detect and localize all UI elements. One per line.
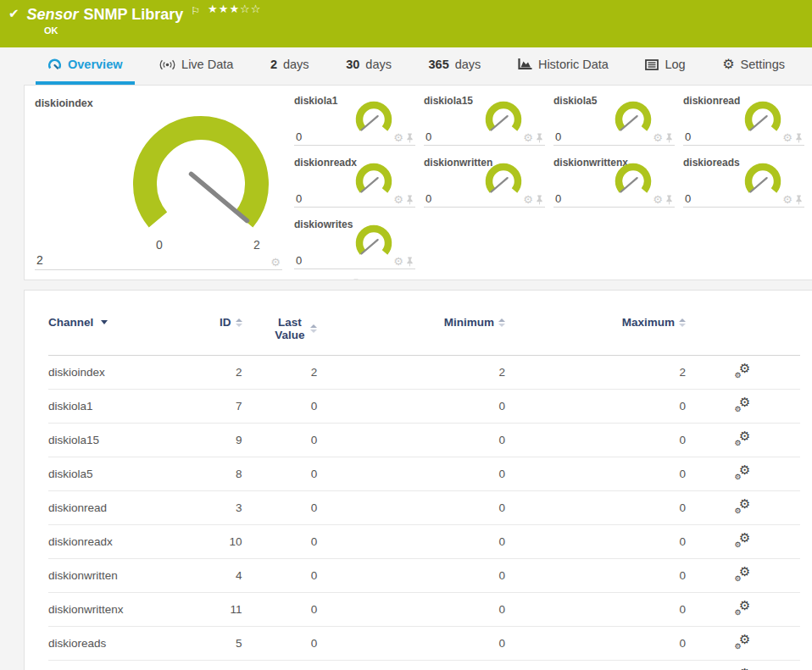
sensor-title-name: SNMP Library [84, 6, 184, 23]
gauge-dial [350, 224, 398, 264]
gauge-cell[interactable]: diskiowrites 0 [294, 216, 415, 269]
gauge-title: diskioindex [35, 92, 282, 109]
cell-last-value: 0 [244, 491, 320, 525]
cell-channel[interactable]: diskiola1 [48, 390, 176, 424]
column-header-maximum[interactable]: Maximum [507, 316, 687, 356]
sort-desc-icon [101, 320, 108, 324]
tab-30-days-number: 30 [346, 58, 359, 71]
cell-channel[interactable]: diskiola5 [48, 457, 176, 491]
column-header-id[interactable]: ID [176, 316, 244, 356]
cell-channel[interactable]: diskionwrittenx [48, 593, 176, 627]
table-row: diskiowrites 6 0 0 0 [48, 661, 800, 670]
gauge-cell[interactable]: diskionread 0 [683, 92, 804, 146]
sensor-header: SensorSNMP Library ★★★☆☆ OK [0, 0, 812, 47]
channel-settings-icon[interactable] [732, 465, 753, 480]
table-row: diskionwrittenx 11 0 0 0 [48, 593, 800, 627]
channel-settings-icon[interactable] [732, 634, 753, 650]
priority-rating[interactable]: ★★★☆☆ [208, 3, 261, 15]
table-row: diskiola15 9 0 0 0 [48, 424, 800, 457]
tab-2-days[interactable]: 2 days [259, 47, 321, 85]
gauge-icon [47, 58, 62, 72]
gauge-cell[interactable]: diskionwritten 0 [424, 154, 545, 208]
pin-icon[interactable] [665, 195, 673, 205]
cell-id: 4 [176, 559, 244, 593]
status-check-icon [8, 6, 19, 21]
tab-365-days[interactable]: 365 days [417, 47, 493, 85]
gauge-settings-icon[interactable] [523, 194, 533, 205]
gauge-cell[interactable]: diskiola5 0 [553, 92, 675, 146]
pin-icon[interactable] [406, 257, 414, 267]
flag-icon[interactable] [191, 3, 200, 18]
cell-last-value: 2 [244, 356, 320, 390]
pin-icon[interactable] [406, 133, 414, 143]
gauge-settings-icon[interactable] [653, 194, 663, 205]
gauge-settings-icon[interactable] [270, 257, 281, 268]
settings-gear-icon [722, 58, 734, 71]
cell-channel[interactable]: diskiowrites [48, 661, 176, 670]
column-label: ID [220, 316, 231, 329]
table-row: diskionwritten 4 0 0 0 [48, 559, 800, 593]
gauge-settings-icon[interactable] [393, 194, 403, 205]
cell-maximum: 0 [507, 491, 687, 525]
gauge-cell[interactable]: diskiola1 0 [294, 92, 415, 146]
gauge-value: 0 [296, 254, 302, 267]
pin-icon[interactable] [665, 133, 673, 143]
tab-30-days[interactable]: 30 days [334, 47, 403, 85]
cell-last-value: 0 [244, 593, 320, 627]
gauge-settings-icon[interactable] [653, 132, 663, 143]
cell-channel[interactable]: diskiola15 [48, 424, 176, 457]
tab-365-days-label: days [455, 58, 481, 71]
tab-historic-data[interactable]: Historic Data [506, 47, 620, 85]
gauge-cell[interactable]: diskiola15 0 [424, 92, 545, 146]
channel-settings-icon[interactable] [732, 533, 753, 548]
column-header-last-value[interactable]: Last Value [244, 316, 320, 356]
channel-settings-icon[interactable] [732, 601, 753, 616]
channel-settings-icon[interactable] [732, 567, 753, 582]
pin-icon[interactable] [406, 195, 414, 205]
sort-icon [236, 318, 242, 327]
cell-channel[interactable]: diskioreads [48, 627, 176, 661]
cell-id: 9 [176, 424, 244, 457]
gauge-cell[interactable]: diskioreads 0 [683, 154, 804, 208]
cell-channel[interactable]: diskionwritten [48, 559, 176, 593]
cell-maximum: 0 [507, 390, 687, 424]
gauge-settings-icon[interactable] [782, 132, 793, 143]
gauge-settings-icon[interactable] [523, 132, 533, 143]
cell-minimum: 0 [319, 424, 507, 457]
gauge-dial [350, 100, 398, 141]
tab-overview[interactable]: Overview [36, 47, 135, 85]
channel-settings-icon[interactable] [732, 363, 753, 379]
tab-log[interactable]: Log [633, 47, 697, 85]
column-header-actions [687, 316, 800, 356]
cell-maximum: 2 [507, 356, 687, 390]
channel-settings-icon[interactable] [732, 431, 753, 446]
cell-minimum: 0 [319, 627, 507, 661]
gauge-settings-icon[interactable] [782, 194, 793, 205]
gauge-cell[interactable]: diskionwrittenx 0 [553, 154, 675, 208]
cell-channel[interactable]: diskioindex [48, 356, 176, 390]
pin-icon[interactable] [536, 133, 543, 143]
gauge-cell[interactable]: diskionreadx 0 [294, 154, 415, 208]
tab-log-label: Log [665, 58, 685, 71]
cell-channel[interactable]: diskionread [48, 491, 176, 525]
gauge-settings-icon[interactable] [393, 256, 403, 267]
channel-settings-icon[interactable] [732, 499, 753, 514]
pin-icon[interactable] [352, 279, 360, 280]
pin-icon[interactable] [795, 195, 803, 205]
channel-settings-icon[interactable] [732, 397, 753, 413]
tab-2-days-number: 2 [270, 58, 277, 71]
gauge-value: 0 [296, 192, 302, 205]
tab-live-data[interactable]: Live Data [147, 47, 245, 85]
tab-settings[interactable]: Settings [710, 47, 797, 85]
column-header-channel[interactable]: Channel [48, 316, 176, 356]
channels-panel: Channel ID Last Value Minimum Maximum [24, 290, 812, 670]
pin-icon[interactable] [795, 133, 803, 143]
cell-maximum: 0 [507, 593, 687, 627]
cell-channel[interactable]: diskionreadx [48, 525, 176, 559]
gauge-cell-diskioindex[interactable]: diskioindex 0 2 2 [35, 92, 282, 270]
column-header-minimum[interactable]: Minimum [319, 316, 507, 356]
pin-icon[interactable] [536, 195, 543, 205]
gauge-scale-max: 2 [253, 238, 260, 252]
table-row: diskionreadx 10 0 0 0 [48, 525, 800, 559]
gauge-settings-icon[interactable] [393, 132, 403, 143]
